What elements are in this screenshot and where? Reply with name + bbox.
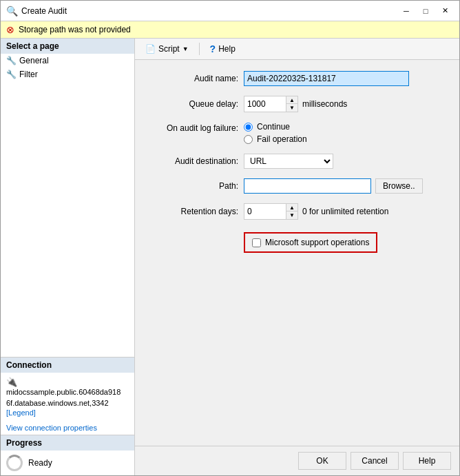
sidebar-section-header: Select a page [1, 39, 134, 54]
audit-destination-label: Audit destination: [149, 156, 238, 166]
audit-destination-control: URL File Application Log Security Log [244, 154, 333, 169]
progress-content: Ready [1, 451, 134, 475]
radio-fail-label: Fail operation [257, 134, 307, 144]
browse-button[interactable]: Browse.. [375, 178, 423, 194]
connection-legend: [Legend] [6, 408, 36, 417]
help-icon: ? [210, 43, 216, 54]
script-button[interactable]: 📄 Script ▼ [140, 42, 194, 56]
title-bar-controls: ─ □ ✕ [397, 4, 454, 18]
toolbar: 📄 Script ▼ ? Help [135, 39, 459, 60]
create-audit-window: 🔍 Create Audit ─ □ ✕ ⊗ Storage path was … [0, 0, 460, 476]
wrench-icon-general: 🔧 [6, 56, 17, 65]
radio-fail-option[interactable]: Fail operation [244, 134, 307, 144]
progress-section: Progress Ready [1, 435, 134, 475]
audit-log-failure-row: On audit log failure: Continue Fail oper… [149, 122, 446, 144]
retention-days-down[interactable]: ▼ [286, 211, 297, 219]
retention-days-label: Retention days: [149, 207, 238, 216]
view-connection-properties-link[interactable]: View connection properties [6, 424, 129, 432]
error-message: Storage path was not provided [19, 25, 131, 34]
error-bar: ⊗ Storage path was not provided [1, 21, 459, 39]
right-panel: 📄 Script ▼ ? Help Audit name: [135, 39, 459, 475]
queue-delay-up[interactable]: ▲ [286, 96, 297, 104]
help-bottom-button[interactable]: Help [403, 452, 451, 470]
sidebar-label-general: General [19, 56, 49, 65]
progress-header: Progress [1, 435, 134, 451]
wrench-icon-filter: 🔧 [6, 70, 17, 79]
script-dropdown-arrow: ▼ [182, 45, 189, 52]
queue-delay-down[interactable]: ▼ [286, 104, 297, 112]
sidebar-label-filter: Filter [19, 70, 38, 79]
path-row: Path: Browse.. [149, 178, 446, 194]
connection-section: Connection 🔌 midocssample.public.60468da… [1, 357, 134, 435]
title-bar: 🔍 Create Audit ─ □ ✕ [1, 1, 459, 21]
retention-days-up[interactable]: ▲ [286, 204, 297, 211]
window-title: Create Audit [21, 6, 397, 16]
queue-delay-arrows: ▲ ▼ [286, 96, 297, 112]
retention-days-spinner: ▲ ▼ [244, 203, 298, 220]
audit-destination-row: Audit destination: URL File Application … [149, 154, 446, 169]
audit-name-row: Audit name: [149, 71, 446, 86]
audit-name-label: Audit name: [149, 74, 238, 83]
queue-delay-spinner: ▲ ▼ [244, 96, 298, 112]
microsoft-support-checkbox[interactable] [252, 238, 261, 247]
path-control: Browse.. [244, 178, 423, 194]
retention-days-note: 0 for unlimited retention [302, 207, 388, 216]
queue-delay-row: Queue delay: ▲ ▼ milliseconds [149, 96, 446, 112]
queue-delay-unit: milliseconds [302, 99, 347, 109]
radio-continue-label: Continue [257, 122, 290, 132]
progress-status: Ready [28, 458, 52, 468]
radio-continue-input[interactable] [244, 123, 253, 132]
radio-continue-option[interactable]: Continue [244, 122, 307, 132]
queue-delay-label: Queue delay: [149, 99, 238, 109]
bottom-bar: OK Cancel Help [135, 446, 459, 475]
progress-spinner [6, 455, 23, 471]
maximize-button[interactable]: □ [417, 4, 435, 18]
help-button[interactable]: ? Help [205, 41, 240, 56]
path-input[interactable] [244, 178, 371, 194]
sidebar: Select a page 🔧 General 🔧 Filter Connect… [1, 39, 135, 475]
connection-icon: 🔌 [6, 377, 17, 387]
script-icon: 📄 [145, 44, 156, 54]
sidebar-item-general[interactable]: 🔧 General [1, 54, 134, 68]
sidebar-item-filter[interactable]: 🔧 Filter [1, 68, 134, 81]
form-area: Audit name: Queue delay: ▲ ▼ [135, 60, 459, 446]
ok-button[interactable]: OK [298, 452, 346, 470]
main-content: Select a page 🔧 General 🔧 Filter Connect… [1, 39, 459, 475]
error-icon: ⊗ [6, 24, 14, 35]
window-icon: 🔍 [6, 6, 17, 17]
microsoft-support-checkbox-container[interactable]: Microsoft support operations [244, 232, 377, 253]
queue-delay-control: ▲ ▼ milliseconds [244, 96, 347, 112]
audit-name-input[interactable] [244, 71, 409, 86]
connection-server: midocssample.public.60468da9186f.databas… [6, 388, 121, 406]
cancel-button[interactable]: Cancel [351, 452, 399, 470]
audit-log-failure-radio-group: Continue Fail operation [244, 122, 307, 144]
microsoft-support-label: Microsoft support operations [265, 238, 369, 247]
minimize-button[interactable]: ─ [397, 4, 415, 18]
queue-delay-input[interactable] [244, 96, 286, 112]
retention-days-input[interactable] [244, 204, 286, 219]
connection-header: Connection [1, 358, 134, 373]
script-label: Script [158, 44, 180, 54]
path-label: Path: [149, 181, 238, 191]
help-label: Help [218, 44, 236, 54]
audit-log-failure-label: On audit log failure: [149, 122, 238, 133]
retention-days-row: Retention days: ▲ ▼ 0 for unlimited rete… [149, 203, 446, 220]
close-button[interactable]: ✕ [436, 4, 454, 18]
audit-destination-select[interactable]: URL File Application Log Security Log [244, 154, 333, 169]
toolbar-separator [199, 43, 200, 55]
radio-fail-input[interactable] [244, 135, 253, 144]
audit-name-control [244, 71, 409, 86]
retention-days-arrows: ▲ ▼ [286, 204, 297, 219]
microsoft-support-checkbox-label[interactable]: Microsoft support operations [252, 238, 369, 247]
retention-days-control: ▲ ▼ 0 for unlimited retention [244, 203, 388, 220]
connection-content: 🔌 midocssample.public.60468da9186f.datab… [1, 373, 134, 421]
